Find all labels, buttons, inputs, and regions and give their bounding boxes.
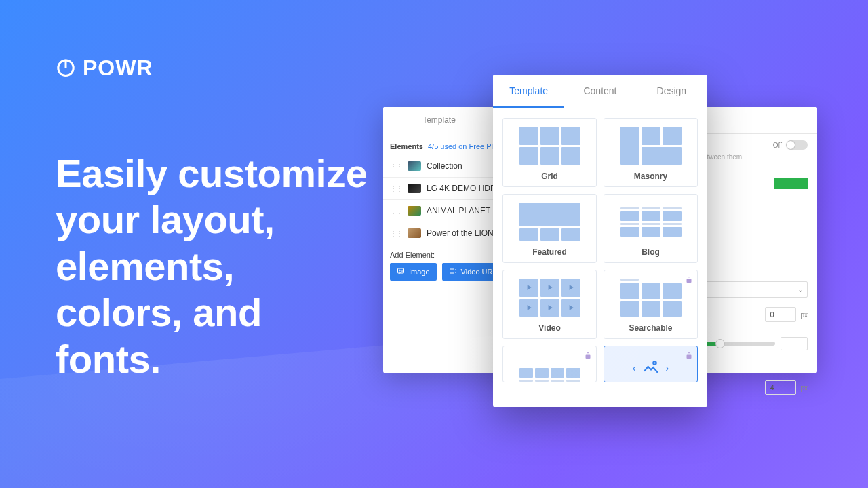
lock-icon xyxy=(685,350,693,363)
px-unit: px xyxy=(800,384,808,392)
drag-handle-icon[interactable]: ⋮⋮ xyxy=(390,163,402,170)
template-label: Video xyxy=(538,323,560,333)
item-label: Power of the LION xyxy=(427,228,494,238)
gradient-toggle[interactable] xyxy=(786,140,808,150)
editor-stage: Template Content Elements 4/5 used on Fr… xyxy=(383,75,817,413)
marketing-headline: Easily customize your layout, elements, … xyxy=(56,150,368,382)
template-label: Searchable xyxy=(629,323,672,333)
template-grid: Grid Masonry Featured xyxy=(493,108,707,392)
lock-icon xyxy=(584,350,592,363)
add-video-label: Video URL xyxy=(461,268,497,276)
template-label: Grid xyxy=(541,171,558,181)
template-panel: Template Content Design Grid Masonry xyxy=(493,75,707,407)
brand-icon xyxy=(56,57,76,80)
template-label: Blog xyxy=(642,247,660,257)
svg-point-3 xyxy=(399,270,401,271)
content-tab-template[interactable]: Template xyxy=(383,107,495,134)
video-icon xyxy=(449,267,457,277)
template-option-video[interactable]: Video xyxy=(502,270,597,339)
template-option-featured[interactable]: Featured xyxy=(502,194,597,263)
template-option-locked-slider[interactable]: ‹ › xyxy=(604,346,698,382)
border-width-input[interactable]: 0 xyxy=(765,307,796,322)
drag-handle-icon[interactable]: ⋮⋮ xyxy=(390,230,402,237)
template-option-locked-a[interactable] xyxy=(502,346,597,382)
item-label: LG 4K DEMO HDR xyxy=(427,184,496,193)
brand-logo: POWR xyxy=(56,56,153,81)
drag-handle-icon[interactable]: ⋮⋮ xyxy=(390,185,402,192)
tab-content[interactable]: Content xyxy=(564,75,635,106)
elements-label: Elements xyxy=(390,142,423,150)
drag-handle-icon[interactable]: ⋮⋮ xyxy=(390,207,402,215)
add-image-label: Image xyxy=(409,268,430,276)
item-thumbnail xyxy=(408,228,421,238)
item-label: ANIMAL PLANET xyxy=(427,206,490,216)
lock-icon xyxy=(685,274,693,287)
plan-note: 4/5 used on Free Plan xyxy=(428,142,501,150)
px-unit: px xyxy=(800,311,808,319)
chevron-down-icon: ⌄ xyxy=(797,286,803,293)
add-image-button[interactable]: Image xyxy=(390,263,437,281)
svg-rect-4 xyxy=(450,269,454,273)
template-option-grid[interactable]: Grid xyxy=(502,118,597,187)
template-panel-tabs: Template Content Design xyxy=(493,75,707,106)
slider-handle[interactable] xyxy=(715,339,725,348)
brand-name: POWR xyxy=(83,56,153,81)
tab-template[interactable]: Template xyxy=(493,75,564,106)
image-icon xyxy=(397,267,405,277)
svg-point-5 xyxy=(653,361,656,364)
tab-design[interactable]: Design xyxy=(636,75,707,106)
slider-output xyxy=(781,337,808,350)
item-thumbnail xyxy=(408,206,421,216)
template-option-blog[interactable]: Blog xyxy=(604,194,698,263)
bg-color-swatch[interactable] xyxy=(774,178,808,189)
chevron-left-icon: ‹ xyxy=(633,363,636,373)
template-option-masonry[interactable]: Masonry xyxy=(604,118,698,187)
item-label: Collection xyxy=(427,161,462,171)
template-label: Featured xyxy=(532,247,567,257)
corner-radius-input[interactable]: 4 xyxy=(765,380,796,395)
template-label: Masonry xyxy=(634,171,667,181)
chevron-right-icon: › xyxy=(666,363,669,373)
image-placeholder-icon xyxy=(642,359,660,377)
template-option-searchable[interactable]: Searchable xyxy=(604,270,698,339)
item-thumbnail xyxy=(408,184,421,193)
item-thumbnail xyxy=(408,161,421,171)
gradient-toggle-label: Off xyxy=(773,142,782,149)
